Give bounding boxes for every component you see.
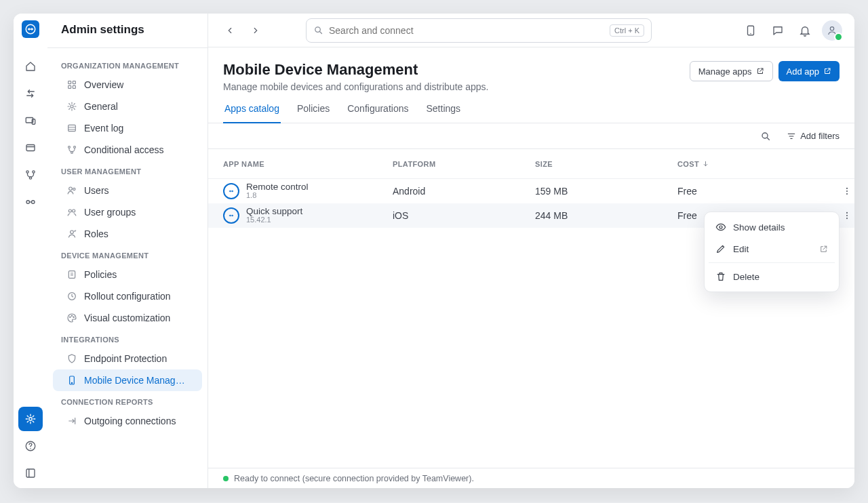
- svg-rect-14: [73, 81, 75, 84]
- col-size[interactable]: SIZE: [535, 160, 677, 168]
- filter-bar: Add filters: [208, 123, 854, 149]
- svg-point-42: [846, 193, 848, 195]
- tab-apps-catalog[interactable]: Apps catalog: [223, 103, 281, 123]
- ctx-delete[interactable]: Delete: [709, 266, 835, 287]
- sidebar-item-users[interactable]: Users: [53, 180, 202, 201]
- rail-help-button[interactable]: [18, 434, 43, 458]
- sidebar-item-label: Visual customization: [84, 313, 170, 323]
- tab-configurations[interactable]: Configurations: [346, 103, 410, 123]
- rail-devices-button[interactable]: [18, 108, 43, 133]
- rail-branch-button[interactable]: [18, 163, 43, 187]
- sidebar-item-roles[interactable]: Roles: [53, 223, 202, 245]
- nav-back-button[interactable]: [220, 21, 239, 40]
- table-search-button[interactable]: [755, 126, 776, 146]
- table-row[interactable]: Remote control1.8Android159 MBFree: [208, 179, 854, 203]
- svg-point-47: [719, 226, 722, 228]
- manage-apps-button[interactable]: Manage apps: [690, 61, 773, 81]
- search-field[interactable]: Ctrl + K: [306, 18, 652, 43]
- svg-point-19: [68, 146, 71, 148]
- gear-icon: [24, 413, 37, 425]
- status-text: Ready to connect (secure connection prov…: [234, 474, 474, 483]
- page-subtitle: Manage mobile devices and configurations…: [223, 81, 488, 92]
- svg-point-30: [71, 315, 72, 316]
- svg-point-45: [846, 215, 848, 216]
- svg-point-38: [762, 133, 768, 138]
- brand-logo: [22, 20, 39, 38]
- bell-icon: [799, 24, 811, 37]
- add-filters-label: Add filters: [800, 131, 840, 141]
- mobile-icon: [66, 375, 77, 386]
- sidebar-item-conditional-access[interactable]: Conditional access: [53, 139, 202, 161]
- external-link-icon: [756, 67, 764, 75]
- outgoing-icon: [66, 416, 77, 426]
- status-bar: Ready to connect (secure connection prov…: [208, 468, 854, 488]
- add-app-button[interactable]: Add app: [778, 61, 840, 81]
- nav-forward-button[interactable]: [246, 21, 265, 40]
- section-label: USER MANAGEMENT: [47, 161, 208, 180]
- ctx-show-details[interactable]: Show details: [709, 216, 835, 238]
- sidebar-item-label: Overview: [84, 79, 123, 90]
- rail-connected-button[interactable]: [18, 190, 43, 214]
- svg-point-33: [71, 382, 72, 383]
- svg-point-7: [26, 201, 30, 204]
- svg-point-25: [73, 209, 75, 212]
- bell-icon-button[interactable]: [795, 20, 815, 41]
- tablet-icon-button[interactable]: [741, 20, 761, 41]
- sidebar-item-label: Rollout configuration: [84, 291, 171, 302]
- policy-icon: [66, 269, 77, 280]
- section-label: INTEGRATIONS: [47, 329, 208, 348]
- sidebar-scroll[interactable]: ORGANIZATION MANAGEMENTOverviewGeneralEv…: [47, 48, 208, 488]
- settings-sidebar: Admin settings ORGANIZATION MANAGEMENTOv…: [47, 14, 208, 488]
- sidebar-item-overview[interactable]: Overview: [53, 74, 202, 96]
- tablet-icon: [745, 24, 757, 37]
- app-name: Quick support: [246, 207, 302, 216]
- rail-home-button[interactable]: [18, 54, 43, 79]
- sidebar-item-label: Endpoint Protection: [84, 353, 167, 364]
- row-actions-button[interactable]: [840, 182, 854, 200]
- rail-wallet-button[interactable]: [18, 136, 43, 160]
- avatar[interactable]: [822, 20, 842, 41]
- chat-icon-button[interactable]: [768, 20, 788, 41]
- sidebar-item-endpoint-protection[interactable]: Endpoint Protection: [53, 348, 202, 369]
- rail-gear-button[interactable]: [18, 407, 43, 431]
- row-actions-button[interactable]: [840, 207, 854, 224]
- sidebar-item-visual-customization[interactable]: Visual customization: [53, 307, 202, 329]
- sidebar-item-rollout-configuration[interactable]: Rollout configuration: [53, 285, 202, 307]
- sidebar-item-label: Conditional access: [84, 144, 164, 155]
- sidebar-item-event-log[interactable]: Event log: [53, 117, 202, 139]
- cell-size: 159 MB: [535, 186, 677, 197]
- main-area: Ctrl + K Mobile Device Management Manage…: [208, 14, 854, 488]
- add-filters-button[interactable]: Add filters: [787, 131, 840, 141]
- sidebar-item-label: Policies: [84, 269, 117, 280]
- sidebar-item-label: Users: [84, 185, 109, 196]
- ctx-item-label: Edit: [733, 244, 749, 254]
- devices-icon: [24, 115, 37, 127]
- col-app-name[interactable]: APP NAME: [223, 160, 393, 168]
- col-platform[interactable]: PLATFORM: [393, 160, 535, 168]
- usergroup-icon: [66, 207, 77, 218]
- row-context-menu: Show details Edit Delete: [704, 212, 840, 292]
- table-header: APP NAMEPLATFORMSIZECOST: [208, 149, 854, 179]
- sidebar-item-mobile-device-managem[interactable]: Mobile Device Managem...: [53, 369, 202, 391]
- rail-transfer-button[interactable]: [18, 81, 43, 106]
- roles-icon: [66, 228, 77, 239]
- search-icon: [313, 25, 323, 35]
- tab-settings[interactable]: Settings: [425, 103, 462, 123]
- chevron-right-icon: [251, 26, 260, 35]
- rail-expand-button[interactable]: [18, 461, 43, 485]
- sidebar-item-label: General: [84, 101, 118, 112]
- sidebar-item-outgoing-connections[interactable]: Outgoing connections: [53, 410, 202, 432]
- col-cost[interactable]: COST: [677, 160, 820, 168]
- sort-desc-icon: [702, 160, 709, 167]
- sidebar-item-policies[interactable]: Policies: [53, 264, 202, 285]
- sidebar-item-label: Roles: [84, 228, 108, 239]
- sidebar-item-user-groups[interactable]: User groups: [53, 201, 202, 223]
- grid-icon: [66, 79, 77, 90]
- ctx-edit[interactable]: Edit: [709, 238, 835, 260]
- tab-policies[interactable]: Policies: [296, 103, 331, 123]
- svg-point-26: [71, 230, 74, 234]
- search-input[interactable]: [329, 25, 604, 36]
- sidebar-item-general[interactable]: General: [53, 96, 202, 117]
- sidebar-title: Admin settings: [47, 23, 208, 48]
- svg-point-20: [74, 146, 76, 148]
